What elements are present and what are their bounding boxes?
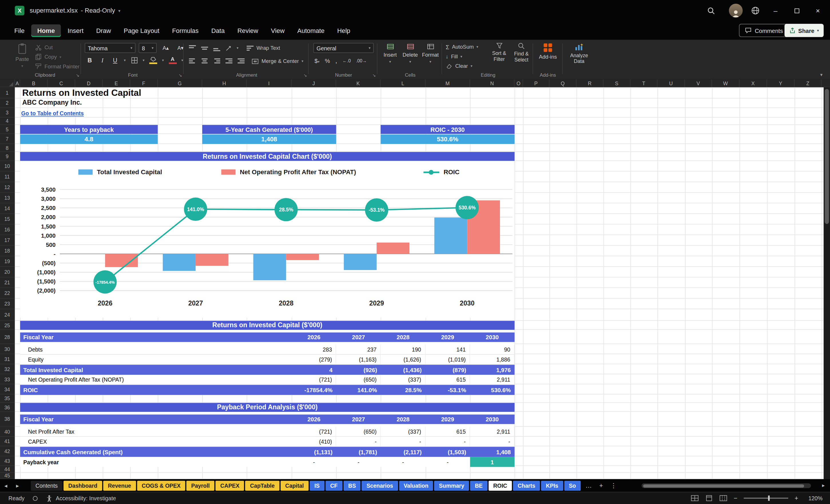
orientation-icon[interactable] (225, 44, 232, 52)
sheet-tab-cogs-opex[interactable]: COGS & OPEX (137, 480, 185, 491)
table-cell[interactable]: (721) (292, 427, 337, 436)
align-center-icon[interactable] (200, 58, 209, 65)
table-cell[interactable]: 1,976 (470, 365, 514, 375)
table-cell[interactable]: 615 (425, 427, 470, 436)
column-header-O[interactable]: O (514, 80, 523, 88)
table-cell[interactable]: (1,163) (337, 355, 381, 364)
sheet-tab-capital[interactable]: Capital (281, 480, 309, 491)
table-cell[interactable]: (1,626) (381, 355, 425, 364)
delete-cells-button[interactable]: Delete ▾ (400, 43, 420, 64)
table-cell[interactable]: 4 (292, 365, 337, 375)
fiscal-year-label[interactable]: Fiscal Year (20, 414, 291, 424)
table-cell[interactable]: (926) (337, 365, 381, 375)
merge-center-button[interactable]: Merge & Center ▾ (251, 57, 304, 65)
table-cell[interactable]: (1,019) (425, 355, 470, 364)
year-header-2030[interactable]: 2030 (470, 414, 514, 424)
fill-button[interactable]: ↓ Fill ▾ (446, 52, 478, 61)
sheet-tab-captable[interactable]: CapTable (246, 480, 280, 491)
year-header-2028[interactable]: 2028 (381, 414, 425, 424)
column-header-U[interactable]: U (658, 80, 685, 88)
menu-data[interactable]: Data (205, 24, 230, 37)
align-right-icon[interactable] (213, 58, 221, 65)
macro-record-icon[interactable] (33, 496, 38, 501)
sheet-tab-payroll[interactable]: Payroll (187, 480, 215, 491)
table-cell[interactable]: - (381, 437, 425, 446)
horizontal-scrollbar-thumb[interactable] (643, 484, 804, 487)
sheet-tab-dashboard[interactable]: Dashboard (63, 480, 102, 491)
align-top-icon[interactable] (189, 44, 196, 52)
fiscal-year-label[interactable]: Fiscal Year (20, 333, 291, 342)
font-color-button[interactable]: A (169, 57, 177, 64)
clear-button[interactable]: Clear ▾ (446, 62, 478, 70)
page-break-view-button[interactable] (719, 495, 727, 501)
table-cell[interactable]: -17854.4% (292, 385, 337, 395)
column-header-Z[interactable]: Z (795, 80, 822, 88)
column-header-A[interactable]: A (15, 80, 20, 88)
year-header-2026[interactable]: 2026 (292, 414, 337, 424)
column-header-E[interactable]: E (103, 80, 130, 88)
row-label[interactable]: Debts (20, 345, 291, 354)
number-format-select[interactable]: General ▾ (314, 43, 374, 53)
italic-button[interactable]: I (98, 57, 106, 63)
sort-filter-button[interactable]: Sort & Filter (488, 42, 510, 62)
table-cell[interactable]: (410) (292, 437, 337, 446)
toc-link[interactable]: Go to Table of Contents (21, 110, 84, 117)
select-all-corner[interactable] (0, 80, 15, 88)
sheet-tab-bs[interactable]: BS (344, 480, 361, 491)
menu-formulas[interactable]: Formulas (166, 24, 204, 37)
table-cell[interactable]: 1,886 (470, 355, 514, 364)
underline-button[interactable]: U (111, 57, 119, 63)
table-cell[interactable]: - (292, 457, 337, 467)
table-cell[interactable]: - (425, 437, 470, 446)
table-cell[interactable]: -53.1% (425, 385, 470, 395)
decrease-indent-icon[interactable] (225, 58, 233, 65)
legend-roic[interactable]: ROIC (423, 168, 459, 176)
increase-decimal-button[interactable]: ←.0 (343, 58, 351, 63)
comma-style-button[interactable]: , (335, 57, 337, 65)
table-cell[interactable]: 2,911 (470, 427, 514, 436)
zoom-slider-thumb[interactable] (768, 496, 770, 501)
horizontal-scrollbar[interactable] (641, 483, 811, 488)
normal-view-button[interactable] (691, 495, 699, 501)
column-header-W[interactable]: W (712, 80, 739, 88)
table-cell[interactable]: (337) (381, 375, 425, 384)
zoom-in-button[interactable]: + (795, 495, 798, 502)
clipboard-dialog-launcher[interactable]: ↘ (76, 73, 79, 78)
comments-button[interactable]: Comments (739, 24, 789, 37)
column-header-I[interactable]: I (247, 80, 291, 88)
globe-icon[interactable] (748, 4, 762, 17)
year-header-2030[interactable]: 2030 (470, 333, 514, 342)
table-cell[interactable]: (879) (425, 365, 470, 375)
column-header-G[interactable]: G (158, 80, 202, 88)
table-cell[interactable]: (337) (381, 427, 425, 436)
menu-page-layout[interactable]: Page Layout (118, 24, 165, 37)
analyze-data-button[interactable]: Analyze Data (566, 43, 593, 65)
year-header-2028[interactable]: 2028 (381, 333, 425, 342)
row-label[interactable]: Net Profit After Tax (20, 427, 291, 436)
sheet-tab-so[interactable]: So (564, 480, 581, 491)
year-header-2029[interactable]: 2029 (425, 333, 470, 342)
share-button[interactable]: Share ▾ (785, 24, 824, 37)
excel-app-icon[interactable]: X (15, 6, 24, 15)
table-cell[interactable]: 615 (425, 375, 470, 384)
scroll-right-button[interactable]: ▸ (822, 482, 825, 488)
column-header-Y[interactable]: Y (767, 80, 795, 88)
column-header-L[interactable]: L (381, 80, 425, 88)
table-cell[interactable]: 2,911 (470, 375, 514, 384)
table-cell[interactable]: 1 (470, 457, 514, 467)
row-label[interactable]: Cumulative Cash Generated (Spent) (20, 447, 291, 457)
zoom-out-button[interactable]: − (734, 495, 737, 502)
format-painter-button[interactable]: Format Painter (35, 62, 79, 71)
table-cell[interactable]: 90 (470, 345, 514, 354)
table-cell[interactable]: (1,436) (381, 365, 425, 375)
minimize-button[interactable]: – (765, 0, 786, 21)
decrease-font-size-button[interactable]: A▾ (175, 45, 187, 51)
menu-insert[interactable]: Insert (62, 24, 89, 37)
table-cell[interactable]: - (337, 437, 381, 446)
table-cell[interactable]: 141 (425, 345, 470, 354)
find-select-button[interactable]: Find & Select (510, 42, 533, 63)
column-header-V[interactable]: V (685, 80, 712, 88)
menu-draw[interactable]: Draw (90, 24, 117, 37)
row-label[interactable]: Equity (20, 355, 291, 364)
autosum-button[interactable]: Σ AutoSum ▾ (446, 42, 478, 51)
